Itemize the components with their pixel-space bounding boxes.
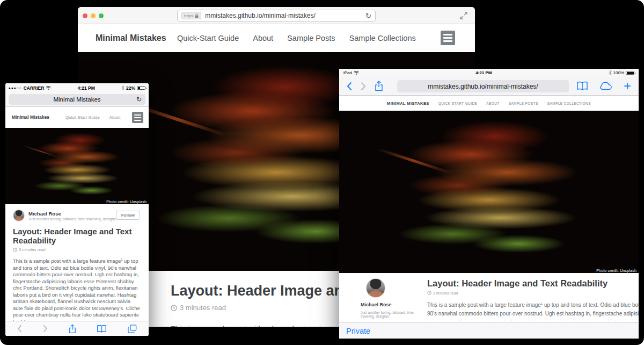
- author-bio: Just another boring, tattooed, time trav…: [361, 311, 422, 318]
- article-paragraph: This is a sample post with a large featu…: [13, 256, 141, 325]
- carrier-label: CARRIER: [24, 85, 45, 91]
- url-text[interactable]: mmistakes.github.io/minimal-mistakes/: [205, 12, 362, 19]
- share-icon[interactable]: [69, 324, 76, 334]
- menu-icon[interactable]: [132, 112, 143, 123]
- nav-link-sample-posts[interactable]: Sample Posts: [509, 102, 538, 105]
- private-button[interactable]: Private: [346, 327, 370, 335]
- author-name: Michael Rose: [28, 211, 118, 217]
- paragraph-text-cont: up top and tons of text. Odio ad blue bo…: [13, 258, 140, 325]
- ipad-status-bar: iPad 4:21 PM 100%: [339, 69, 639, 77]
- read-time-label: 3 minutes read: [433, 291, 458, 295]
- tabs-icon[interactable]: [128, 325, 137, 333]
- nav-link-about[interactable]: About: [109, 115, 121, 120]
- author-name: Michael Rose: [361, 302, 422, 307]
- avatar: [13, 210, 25, 221]
- status-time: 4:21 PM: [359, 70, 609, 75]
- article-paragraph: This is a sample post with a large featu…: [427, 299, 639, 320]
- bluetooth-icon: [609, 70, 612, 75]
- battery-percent: 22%: [126, 85, 135, 91]
- close-window-button[interactable]: [83, 13, 87, 18]
- url-title[interactable]: Minimal Mistakes: [53, 96, 100, 103]
- read-time: 3 minutes read: [427, 291, 639, 295]
- nav-link-sample-collections[interactable]: Sample Collections: [547, 102, 591, 105]
- url-text[interactable]: mmistakes.github.io/minimal-mistakes/: [428, 83, 538, 90]
- zoom-window-button[interactable]: [99, 13, 104, 18]
- paragraph-text: This is a sample post with a large featu…: [13, 258, 121, 264]
- window-controls: [83, 13, 104, 18]
- fullscreen-expand-icon[interactable]: [460, 12, 467, 19]
- header-feature-image: Photo credit: Unsplash: [5, 128, 149, 204]
- ipad-browser-toolbar: mmistakes.github.io/minimal-mistakes/ +: [339, 77, 639, 96]
- header-feature-image: Photo credit: Unsplash: [339, 111, 639, 273]
- nav-link-sample-posts[interactable]: Sample Posts: [287, 34, 335, 42]
- read-time: 3 minutes read: [13, 247, 141, 252]
- read-time-label: 3 minutes read: [180, 304, 226, 312]
- paragraph-text: This is a sample post with a large featu…: [171, 324, 341, 327]
- back-icon[interactable]: [17, 325, 22, 333]
- clock-icon: [171, 305, 177, 311]
- page-title: Layout: Header Image and Text Readabilit…: [13, 227, 147, 245]
- author-row: Michael Rose Just another boring, tattoo…: [13, 210, 141, 221]
- status-time: 4:21 PM: [51, 85, 121, 91]
- avatar: [366, 278, 385, 298]
- battery-icon: [626, 71, 634, 75]
- author-sidebar: Michael Rose Just another boring, tattoo…: [354, 278, 422, 320]
- address-bar[interactable]: mmistakes.github.io/minimal-mistakes/: [397, 80, 569, 92]
- iphone-browser-toolbar: [5, 321, 149, 336]
- bluetooth-icon: [121, 85, 125, 90]
- share-icon[interactable]: [375, 81, 383, 91]
- iphone-status-bar: ●●●○○ CARRIER 4:21 PM 22%: [5, 83, 149, 92]
- nav-link-quick-start[interactable]: Quick-Start Guide: [438, 102, 478, 105]
- bookmarks-icon[interactable]: [97, 325, 107, 333]
- nav-link-about[interactable]: About: [486, 102, 499, 105]
- photo-credit-badge: Photo credit: Unsplash: [104, 199, 149, 204]
- signal-strength-icon: ●●●○○: [9, 86, 22, 90]
- forward-icon[interactable]: [361, 82, 366, 91]
- paragraph-text: This is a sample post with a large featu…: [427, 302, 541, 308]
- site-title-link[interactable]: Minimal Mistakes: [96, 33, 166, 43]
- site-masthead: Minimal Mistakes Quick-Start Guide About…: [78, 24, 475, 52]
- composite-canvas: https mmistakes.github.io/minimal-mistak…: [0, 0, 644, 345]
- icloud-tabs-icon[interactable]: [599, 82, 613, 90]
- new-tab-icon[interactable]: +: [624, 80, 631, 92]
- reload-icon[interactable]: ↻: [136, 96, 142, 103]
- follow-button[interactable]: Follow: [116, 211, 140, 220]
- ipad-article: Michael Rose Just another boring, tattoo…: [339, 273, 639, 320]
- reload-icon[interactable]: ↻: [365, 12, 371, 19]
- photo-credit-badge: Photo credit: Unsplash: [594, 268, 639, 273]
- site-nav-links: Quick-Start Guide About Sample Posts Sam…: [177, 34, 416, 42]
- https-badge: https: [181, 12, 201, 19]
- site-title-link[interactable]: Minimal Mistakes: [387, 101, 429, 106]
- forward-icon[interactable]: [43, 325, 48, 333]
- wifi-icon: [354, 71, 359, 75]
- author-bio: Just another boring, tattooed, time trav…: [28, 217, 118, 221]
- desktop-titlebar: https mmistakes.github.io/minimal-mistak…: [78, 7, 475, 24]
- minimize-window-button[interactable]: [91, 13, 96, 18]
- nav-link-about[interactable]: About: [253, 34, 273, 42]
- lock-icon: [195, 13, 199, 18]
- iphone-article: Michael Rose Just another boring, tattoo…: [5, 204, 149, 336]
- clock-icon: [13, 248, 17, 252]
- nav-link-quick-start[interactable]: Quick-Start Guide: [177, 34, 239, 42]
- nav-link-sample-collections[interactable]: Sample Collections: [349, 34, 416, 42]
- address-bar[interactable]: Minimal Mistakes ↻: [9, 94, 145, 105]
- nav-link-quick-start[interactable]: Quick-Start Guide: [65, 115, 100, 120]
- site-title-link[interactable]: Minimal Mistakes: [12, 114, 49, 120]
- iphone-safari-window: ●●●○○ CARRIER 4:21 PM 22% Minimal Mistak…: [5, 83, 149, 336]
- battery-percent: 100%: [613, 70, 624, 75]
- address-bar[interactable]: https mmistakes.github.io/minimal-mistak…: [177, 10, 376, 21]
- read-time-label: 3 minutes read: [19, 247, 46, 252]
- https-label: https: [184, 13, 193, 18]
- site-masthead: Minimal Mistakes Quick-Start Guide About…: [339, 96, 639, 111]
- back-icon[interactable]: [347, 82, 352, 91]
- device-label: iPad: [343, 70, 352, 75]
- battery-icon: [137, 86, 145, 90]
- site-masthead: Minimal Mistakes Quick-Start Guide About: [5, 107, 149, 128]
- clock-icon: [427, 291, 431, 295]
- menu-icon[interactable]: [441, 31, 455, 45]
- iphone-url-row: Minimal Mistakes ↻: [5, 92, 149, 107]
- bookmarks-icon[interactable]: [576, 81, 588, 91]
- page-title: Layout: Header Image and Text Readabilit…: [427, 278, 639, 289]
- private-browsing-bar: Private: [339, 322, 639, 339]
- wifi-icon: [46, 86, 51, 90]
